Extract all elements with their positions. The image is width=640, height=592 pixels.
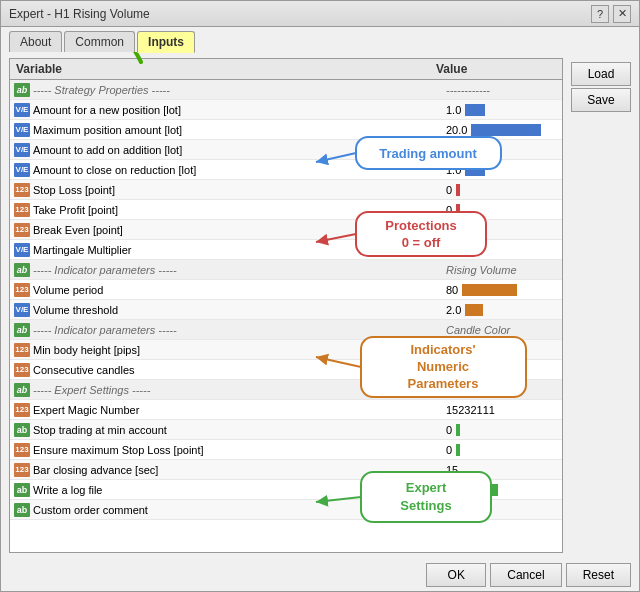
icon-ab: ab — [14, 263, 30, 277]
row-value: 80 — [442, 283, 562, 297]
content-area: Variable Value ab ----- Strategy Propert… — [1, 52, 639, 559]
icon-ab: ab — [14, 323, 30, 337]
table-row[interactable]: ab Write a log file false — [10, 480, 562, 500]
table-row[interactable]: 123 Break Even [point] 0 — [10, 220, 562, 240]
row-variable: V/E Martingale Multiplier — [10, 242, 442, 258]
title-bar-right: ? ✕ — [591, 5, 631, 23]
icon-val: V/E — [14, 143, 30, 157]
table-row[interactable]: 123 Volume period 80 — [10, 280, 562, 300]
row-variable: ab ----- Indicator parameters ----- — [10, 262, 442, 278]
save-button[interactable]: Save — [571, 88, 631, 112]
icon-num: 123 — [14, 283, 30, 297]
variables-table: Variable Value ab ----- Strategy Propert… — [9, 58, 563, 553]
row-variable: 123 Take Profit [point] — [10, 202, 442, 218]
tab-inputs[interactable]: Inputs — [137, 31, 195, 53]
row-value: ------------ — [442, 383, 562, 397]
row-value: 0 — [442, 183, 562, 197]
window-title: Expert - H1 Rising Volume — [9, 7, 150, 21]
row-variable: V/E Amount to add on addition [lot] — [10, 142, 442, 158]
table-row[interactable]: 123 Ensure maximum Stop Loss [point] 0 — [10, 440, 562, 460]
row-value: 1.0 — [442, 103, 562, 117]
icon-val: V/E — [14, 243, 30, 257]
table-row[interactable]: V/E Amount to close on reduction [lot] 1… — [10, 160, 562, 180]
icon-num: 123 — [14, 223, 30, 237]
row-variable: 123 Expert Magic Number — [10, 402, 442, 418]
main-window: Expert - H1 Rising Volume ? ✕ About Comm… — [0, 0, 640, 592]
table-row[interactable]: 123 Take Profit [point] 0 — [10, 200, 562, 220]
side-buttons: Load Save — [571, 58, 631, 112]
help-button[interactable]: ? — [591, 5, 609, 23]
table-row[interactable]: V/E Martingale Multiplier 0.0 — [10, 240, 562, 260]
row-variable: V/E Amount to close on reduction [lot] — [10, 162, 442, 178]
row-variable: ab Stop trading at min account — [10, 422, 442, 438]
icon-ab: ab — [14, 83, 30, 97]
reset-button[interactable]: Reset — [566, 563, 631, 587]
row-value: Candle Color — [442, 323, 562, 337]
row-value — [442, 509, 562, 511]
row-value: Rising Volume — [442, 263, 562, 277]
table-row[interactable]: ab Stop trading at min account 0 — [10, 420, 562, 440]
table-row[interactable]: 123 Min body height [pips] 30 — [10, 340, 562, 360]
icon-num: 123 — [14, 343, 30, 357]
icon-ab: ab — [14, 383, 30, 397]
table-row[interactable]: 123 Stop Loss [point] 0 — [10, 180, 562, 200]
icon-val: V/E — [14, 303, 30, 317]
row-value: ------------ — [442, 83, 562, 97]
icon-val: V/E — [14, 103, 30, 117]
title-bar-left: Expert - H1 Rising Volume — [9, 7, 150, 21]
close-button[interactable]: ✕ — [613, 5, 631, 23]
row-value: 2.0 — [442, 303, 562, 317]
cancel-button[interactable]: Cancel — [490, 563, 561, 587]
table-row[interactable]: 123 Expert Magic Number 15232111 — [10, 400, 562, 420]
bottom-buttons: OK Cancel Reset — [1, 559, 639, 591]
row-variable: 123 Min body height [pips] — [10, 342, 442, 358]
table-row[interactable]: V/E Maximum position amount [lot] 20.0 — [10, 120, 562, 140]
table-row[interactable]: V/E Amount to add on addition [lot] 1.0 — [10, 140, 562, 160]
title-bar: Expert - H1 Rising Volume ? ✕ — [1, 1, 639, 27]
value-header: Value — [436, 62, 556, 76]
icon-num: 123 — [14, 203, 30, 217]
row-value: 1 — [442, 363, 562, 377]
table-row[interactable]: ab ----- Indicator parameters ----- Cand… — [10, 320, 562, 340]
icon-ab: ab — [14, 423, 30, 437]
table-row[interactable]: 123 Consecutive candles 1 — [10, 360, 562, 380]
table-row[interactable]: V/E Amount for a new position [lot] 1.0 — [10, 100, 562, 120]
table-row[interactable]: ab ----- Indicator parameters ----- Risi… — [10, 260, 562, 280]
row-variable: 123 Volume period — [10, 282, 442, 298]
row-variable: ab Write a log file — [10, 482, 442, 498]
row-variable: ab ----- Expert Settings ----- — [10, 382, 442, 398]
ok-button[interactable]: OK — [426, 563, 486, 587]
row-variable: 123 Stop Loss [point] — [10, 182, 442, 198]
row-value: 15232111 — [442, 403, 562, 417]
icon-val: V/E — [14, 163, 30, 177]
icon-ab: ab — [14, 503, 30, 517]
icon-num: 123 — [14, 403, 30, 417]
icon-num: 123 — [14, 363, 30, 377]
row-value: false — [442, 483, 562, 497]
tabs-bar: About Common Inputs — [1, 27, 639, 52]
icon-val: V/E — [14, 123, 30, 137]
table-row[interactable]: ab ----- Expert Settings ----- ---------… — [10, 380, 562, 400]
row-variable: V/E Amount for a new position [lot] — [10, 102, 442, 118]
row-value: 0 — [442, 223, 562, 237]
table-header: Variable Value — [10, 59, 562, 80]
bottom-right-buttons: OK Cancel Reset — [426, 563, 631, 587]
table-row[interactable]: 123 Bar closing advance [sec] 15 — [10, 460, 562, 480]
row-value: 1.0 — [442, 163, 562, 177]
table-row[interactable]: V/E Volume threshold 2.0 — [10, 300, 562, 320]
row-value: 0 — [442, 203, 562, 217]
row-variable: 123 Ensure maximum Stop Loss [point] — [10, 442, 442, 458]
icon-ab: ab — [14, 483, 30, 497]
row-value: 20.0 — [442, 123, 562, 137]
table-body: ab ----- Strategy Properties ----- -----… — [10, 80, 562, 547]
row-value: 0 — [442, 443, 562, 457]
row-variable: ab ----- Indicator parameters ----- — [10, 322, 442, 338]
table-row[interactable]: ab ----- Strategy Properties ----- -----… — [10, 80, 562, 100]
row-value: 1.0 — [442, 143, 562, 157]
row-value: 0 — [442, 423, 562, 437]
load-button[interactable]: Load — [571, 62, 631, 86]
tab-common[interactable]: Common — [64, 31, 135, 52]
icon-num: 123 — [14, 463, 30, 477]
tab-about[interactable]: About — [9, 31, 62, 52]
table-row[interactable]: ab Custom order comment — [10, 500, 562, 520]
